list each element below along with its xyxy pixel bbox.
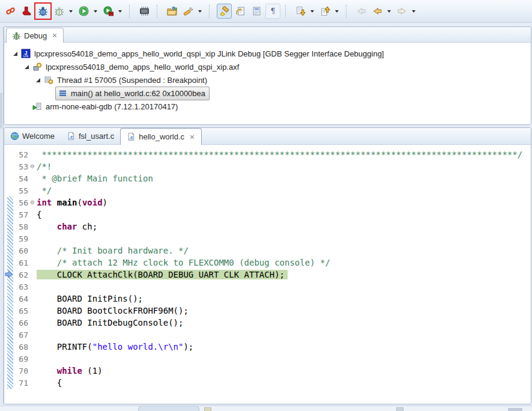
- code-text[interactable]: PRINTF("hello world.\r\n");: [37, 342, 531, 352]
- code-text[interactable]: char ch;: [37, 222, 531, 231]
- pilcrow-button[interactable]: ¶: [265, 4, 280, 19]
- code-line[interactable]: 60 /* Init board hardware. */: [4, 245, 531, 257]
- run-button[interactable]: [76, 4, 91, 19]
- code-line[interactable]: 55 */: [4, 184, 531, 196]
- code-line[interactable]: 57{: [4, 209, 531, 221]
- code-text[interactable]: int main(void): [37, 198, 531, 207]
- next-annotation-button[interactable]: [293, 4, 308, 19]
- prev-annotation-button[interactable]: [318, 4, 333, 19]
- line-number: 67: [14, 330, 28, 339]
- debug-view: Debug JLinklpcxpresso54018_demo_apps_hel…: [4, 26, 531, 125]
- code-line[interactable]: 67: [4, 329, 531, 341]
- code-text[interactable]: BOARD_InitPins();: [37, 294, 531, 303]
- fold-collapse-icon[interactable]: ⊖: [28, 160, 37, 172]
- toolbar-separator: [157, 5, 161, 18]
- dropdown-arrow-icon[interactable]: [92, 4, 98, 19]
- line-number: 57: [14, 210, 28, 219]
- code-text[interactable]: {: [37, 378, 531, 388]
- expand-toggle-icon[interactable]: [13, 51, 18, 56]
- debug-tree-item[interactable]: arm-none-eabi-gdb (7.12.1.20170417): [4, 100, 531, 113]
- svg-text:Link: Link: [23, 55, 29, 58]
- open-folder-button[interactable]: [165, 4, 180, 19]
- code-line[interactable]: 65 BOARD_BootClockFROHF96M();: [4, 305, 531, 317]
- forward-pale-button[interactable]: [394, 4, 410, 19]
- range-indicator[interactable]: [7, 196, 13, 389]
- close-icon[interactable]: [189, 134, 195, 140]
- code-line[interactable]: 53⊖/*!: [4, 160, 531, 172]
- dropdown-arrow-icon[interactable]: [333, 4, 340, 19]
- code-text[interactable]: /* Init board hardware. */: [37, 246, 531, 255]
- code-text[interactable]: BOARD_BootClockFROHF96M();: [37, 306, 531, 315]
- source-doc-button[interactable]: [249, 4, 264, 19]
- code-text[interactable]: CLOCK_AttachClk(BOARD_DEBUG_UART_CLK_ATT…: [37, 270, 531, 279]
- line-number: 63: [14, 282, 28, 291]
- code-text[interactable]: BOARD_InitDebugConsole();: [37, 318, 531, 327]
- tab-debug[interactable]: Debug: [6, 28, 64, 43]
- wand-button[interactable]: [181, 4, 196, 19]
- left-trim-handle[interactable]: [0, 93, 2, 129]
- pale-bug-button[interactable]: [52, 4, 67, 19]
- highlighter-button[interactable]: [217, 4, 232, 19]
- executable-icon: [32, 62, 42, 72]
- code-text[interactable]: /*!: [37, 162, 531, 171]
- dropdown-arrow-icon[interactable]: [410, 4, 417, 19]
- code-line[interactable]: 63: [4, 281, 531, 293]
- debug-tree-item[interactable]: lpcxpresso54018_demo_apps_hello_world_qs…: [4, 60, 531, 73]
- debug-bug-button[interactable]: [35, 4, 50, 19]
- expand-toggle-icon[interactable]: [35, 78, 41, 83]
- dropdown-arrow-icon[interactable]: [116, 4, 123, 19]
- code-text[interactable]: * @brief Main function: [37, 174, 531, 183]
- code-line[interactable]: 66 BOARD_InitDebugConsole();: [4, 317, 531, 329]
- code-line[interactable]: 68 PRINTF("hello world.\r\n");: [4, 341, 531, 353]
- code-line[interactable]: 69: [4, 353, 531, 365]
- debug-tree-item[interactable]: main() at hello_world.c:62 0x10000bea: [4, 87, 531, 100]
- instruction-pointer-icon[interactable]: [5, 270, 14, 279]
- selected-stack-frame[interactable]: main() at hello_world.c:62 0x10000bea: [55, 87, 210, 100]
- bottom-view-tab[interactable]: [138, 406, 199, 411]
- tab-welcome[interactable]: Welcome: [4, 128, 61, 144]
- dropdown-arrow-icon[interactable]: [309, 4, 315, 19]
- code-line[interactable]: 70 while (1): [4, 365, 531, 377]
- link-button[interactable]: [3, 4, 18, 19]
- code-line[interactable]: 52 *************************************…: [4, 148, 531, 160]
- debug-tree-item[interactable]: JLinklpcxpresso54018_demo_apps_hello_wor…: [4, 47, 531, 60]
- code-text[interactable]: while (1): [37, 366, 531, 376]
- expand-toggle-icon[interactable]: [24, 64, 29, 70]
- debug-tree-item-label: arm-none-eabi-gdb (7.12.1.20170417): [46, 102, 178, 111]
- highlighter-icon: [219, 6, 229, 16]
- wand-icon: [183, 6, 193, 16]
- code-line[interactable]: 54 * @brief Main function: [4, 172, 531, 184]
- debug-tree-item[interactable]: Thread #1 57005 (Suspended : Breakpoint): [4, 73, 531, 87]
- code-line[interactable]: 59: [4, 233, 531, 245]
- code-line[interactable]: 71 {: [4, 377, 531, 389]
- dropdown-arrow-icon[interactable]: [67, 4, 74, 19]
- code-text[interactable]: /* attach 12 MHz clock to FLEXCOMM0 (deb…: [37, 258, 531, 267]
- code-line[interactable]: 62 CLOCK_AttachClk(BOARD_DEBUG_UART_CLK_…: [4, 269, 531, 281]
- last-edit-button[interactable]: [233, 4, 248, 19]
- back-disabled-button[interactable]: [354, 4, 369, 19]
- code-text[interactable]: */: [37, 186, 531, 195]
- debug-tree-item-label: lpcxpresso54018_demo_apps_hello_world_qs…: [34, 49, 384, 58]
- line-number: 68: [14, 342, 28, 352]
- code-text[interactable]: ****************************************…: [37, 150, 531, 159]
- chip-button[interactable]: [137, 4, 152, 19]
- dropdown-arrow-icon[interactable]: [385, 4, 392, 19]
- line-number: 66: [14, 318, 28, 327]
- tab-fsl-usart[interactable]: .c fsl_usart.c: [61, 128, 120, 144]
- bottom-mini-handle[interactable]: [508, 408, 522, 411]
- close-icon[interactable]: [52, 32, 58, 38]
- tab-hello-world[interactable]: .c hello_world.c: [120, 128, 202, 145]
- back-gold-button[interactable]: [370, 4, 385, 19]
- code-line[interactable]: 64 BOARD_InitPins();: [4, 293, 531, 305]
- fold-collapse-icon[interactable]: ⊖: [28, 196, 37, 209]
- run-config-button[interactable]: [101, 4, 116, 19]
- redboot-button[interactable]: [19, 4, 34, 19]
- code-editor[interactable]: 52 *************************************…: [4, 145, 531, 389]
- code-line[interactable]: 61 /* attach 12 MHz clock to FLEXCOMM0 (…: [4, 257, 531, 269]
- code-line[interactable]: 56⊖int main(void): [4, 196, 531, 209]
- code-line[interactable]: 58 char ch;: [4, 221, 531, 233]
- code-text[interactable]: {: [37, 210, 531, 219]
- dropdown-arrow-icon[interactable]: [196, 4, 203, 19]
- chip-icon: [139, 6, 150, 16]
- line-number: 55: [14, 186, 28, 195]
